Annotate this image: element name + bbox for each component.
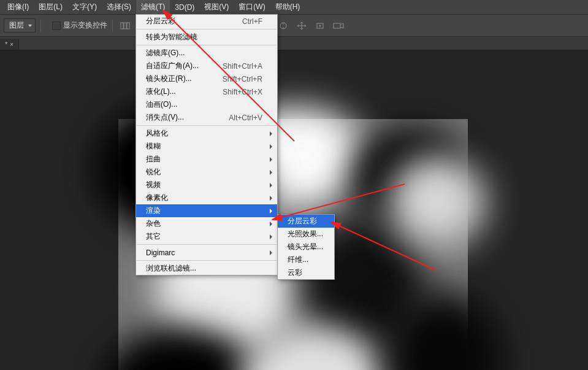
menu-item-shortcut: Alt+Ctrl+V xyxy=(229,114,262,122)
menu-item[interactable]: 消失点(V)...Alt+Ctrl+V xyxy=(136,111,277,124)
chevron-right-icon xyxy=(270,222,272,226)
submenu-item[interactable]: 云彩 xyxy=(278,266,334,279)
close-icon[interactable]: × xyxy=(10,41,13,48)
menu-item-label: Digimarc xyxy=(146,249,175,257)
menu-item[interactable]: 文字(Y) xyxy=(67,0,102,14)
3d-camera-icon[interactable] xyxy=(331,18,346,33)
menu-item[interactable]: 扭曲 xyxy=(136,153,277,166)
chevron-right-icon xyxy=(270,144,272,149)
submenu-item[interactable]: 纤维... xyxy=(278,253,334,266)
menu-item-shortcut: Ctrl+F xyxy=(242,17,262,26)
menu-item-label: 浏览联机滤镜... xyxy=(146,263,196,274)
svg-rect-1 xyxy=(124,23,126,29)
options-bar: 图层 显示变换控件 3D 模式： xyxy=(0,15,588,37)
menu-item[interactable]: 浏览联机滤镜... xyxy=(136,262,277,275)
menu-item[interactable]: 图像(I) xyxy=(2,0,34,14)
menu-item[interactable]: 3D(D) xyxy=(170,1,199,13)
menu-item-label: 其它 xyxy=(146,231,161,242)
menu-separator xyxy=(137,125,277,126)
menu-item-shortcut: Shift+Ctrl+A xyxy=(223,62,262,71)
menu-separator xyxy=(137,45,277,45)
menu-item-label: 风格化 xyxy=(146,128,168,139)
menu-item[interactable]: 液化(L)...Shift+Ctrl+X xyxy=(136,85,277,98)
chevron-right-icon xyxy=(270,157,272,162)
menu-bar: 图像(I)图层(L)文字(Y)选择(S)滤镜(T)3D(D)视图(V)窗口(W)… xyxy=(0,0,588,15)
menu-item-label: 滤镜库(G)... xyxy=(146,48,185,58)
toolbar-separator xyxy=(112,20,113,32)
menu-item-label: 油画(O)... xyxy=(146,99,177,110)
chevron-right-icon xyxy=(270,234,272,239)
menu-item[interactable]: 图层(L) xyxy=(34,0,67,14)
menu-separator xyxy=(137,244,277,245)
menu-item[interactable]: 风格化 xyxy=(136,127,277,140)
menu-item[interactable]: 窗口(W) xyxy=(234,0,270,14)
menu-item[interactable]: 油画(O)... xyxy=(136,98,277,111)
menu-item[interactable]: 杂色 xyxy=(136,217,277,230)
menu-item[interactable]: 锐化 xyxy=(136,166,277,179)
menu-item-label: 液化(L)... xyxy=(146,87,176,97)
menu-item-label: 视频 xyxy=(146,180,161,190)
3d-slide-icon[interactable] xyxy=(313,18,327,33)
menu-item-label: 渲染 xyxy=(146,206,161,216)
menu-item-label: 模糊 xyxy=(146,141,161,152)
chevron-right-icon xyxy=(270,131,272,136)
menu-item-shortcut: Shift+Ctrl+R xyxy=(223,75,262,83)
menu-item-shortcut: Shift+Ctrl+X xyxy=(223,88,262,96)
chevron-right-icon xyxy=(270,196,272,201)
svg-rect-18 xyxy=(334,23,340,28)
menu-item[interactable]: 滤镜库(G)... xyxy=(136,47,277,60)
document-tab-strip: * × xyxy=(0,37,588,50)
menu-item[interactable]: 分层云彩Ctrl+F xyxy=(136,15,277,28)
menu-item-label: 分层云彩 xyxy=(146,16,175,26)
menu-item-label: 扭曲 xyxy=(146,154,161,164)
chevron-right-icon xyxy=(270,183,272,188)
layer-combo[interactable]: 图层 xyxy=(4,18,36,33)
filter-menu-dropdown: 分层云彩Ctrl+F转换为智能滤镜滤镜库(G)...自适应广角(A)...Shi… xyxy=(136,14,278,276)
menu-item-label: 自适应广角(A)... xyxy=(146,61,199,71)
svg-point-17 xyxy=(319,25,321,26)
menu-separator xyxy=(137,260,277,261)
menu-item[interactable]: 自适应广角(A)...Shift+Ctrl+A xyxy=(136,60,277,72)
toolbar-separator xyxy=(40,20,41,32)
menu-separator xyxy=(137,29,277,29)
menu-item-label: 转换为智能滤镜 xyxy=(146,32,197,42)
menu-item[interactable]: 镜头校正(R)...Shift+Ctrl+R xyxy=(136,72,277,85)
document-tab[interactable]: * × xyxy=(0,39,19,50)
menu-item-label: 镜头校正(R)... xyxy=(146,74,192,84)
submenu-item[interactable]: 镜头光晕... xyxy=(278,241,334,253)
workspace xyxy=(0,50,588,370)
menu-item[interactable]: 视频 xyxy=(136,179,277,191)
3d-roll-icon[interactable] xyxy=(276,18,291,33)
checkbox-label: 显示变换控件 xyxy=(63,20,107,31)
menu-item[interactable]: 视图(V) xyxy=(199,0,234,14)
align-icon[interactable] xyxy=(118,18,132,33)
menu-item[interactable]: 滤镜(T) xyxy=(136,0,170,14)
chevron-right-icon xyxy=(270,209,272,214)
show-transform-controls-option[interactable]: 显示变换控件 xyxy=(52,20,107,31)
checkbox-icon xyxy=(52,21,61,30)
menu-item[interactable]: 选择(S) xyxy=(102,0,136,14)
3d-pan-icon[interactable] xyxy=(294,18,309,33)
submenu-item[interactable]: 光照效果... xyxy=(278,228,334,241)
menu-item[interactable]: 转换为智能滤镜 xyxy=(136,31,277,44)
chevron-right-icon xyxy=(270,250,272,255)
submenu-item[interactable]: 分层云彩 xyxy=(278,215,334,228)
menu-item[interactable]: 帮助(H) xyxy=(270,0,305,14)
tab-label: * xyxy=(5,40,7,48)
menu-item-label: 锐化 xyxy=(146,167,161,177)
menu-item[interactable]: 像素化 xyxy=(136,191,277,204)
chevron-right-icon xyxy=(270,170,272,175)
render-submenu: 分层云彩光照效果...镜头光晕...纤维...云彩 xyxy=(277,214,335,280)
menu-item-label: 杂色 xyxy=(146,218,161,229)
menu-item[interactable]: 渲染 xyxy=(136,204,277,217)
menu-item[interactable]: 其它 xyxy=(136,230,277,243)
menu-item-label: 消失点(V)... xyxy=(146,112,184,123)
svg-rect-0 xyxy=(121,23,123,29)
menu-item[interactable]: 模糊 xyxy=(136,140,277,153)
menu-item-label: 像素化 xyxy=(146,193,168,203)
svg-rect-2 xyxy=(127,23,129,29)
menu-item[interactable]: Digimarc xyxy=(136,246,277,259)
